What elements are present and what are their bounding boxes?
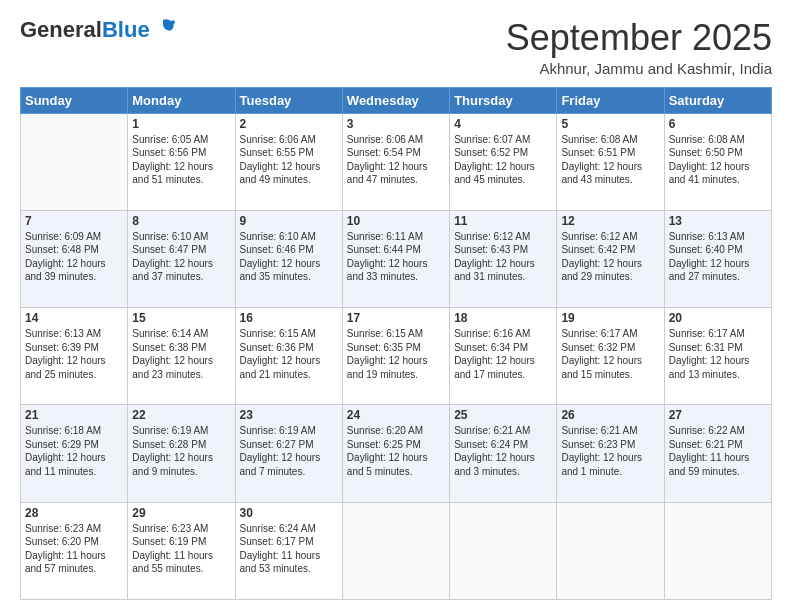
cell-info: Sunrise: 6:10 AMSunset: 6:47 PMDaylight:… <box>132 230 230 284</box>
logo-general-text: General <box>20 17 102 42</box>
weekday-header-row: SundayMondayTuesdayWednesdayThursdayFrid… <box>21 87 772 113</box>
calendar-cell: 14Sunrise: 6:13 AMSunset: 6:39 PMDayligh… <box>21 308 128 405</box>
calendar-cell: 20Sunrise: 6:17 AMSunset: 6:31 PMDayligh… <box>664 308 771 405</box>
page: GeneralBlue September 2025 Akhnur, Jammu… <box>0 0 792 612</box>
day-number: 29 <box>132 506 230 520</box>
cell-info: Sunrise: 6:05 AMSunset: 6:56 PMDaylight:… <box>132 133 230 187</box>
calendar-cell: 12Sunrise: 6:12 AMSunset: 6:42 PMDayligh… <box>557 210 664 307</box>
calendar-cell: 30Sunrise: 6:24 AMSunset: 6:17 PMDayligh… <box>235 502 342 599</box>
calendar-cell: 11Sunrise: 6:12 AMSunset: 6:43 PMDayligh… <box>450 210 557 307</box>
calendar-cell: 27Sunrise: 6:22 AMSunset: 6:21 PMDayligh… <box>664 405 771 502</box>
week-row-2: 7Sunrise: 6:09 AMSunset: 6:48 PMDaylight… <box>21 210 772 307</box>
cell-info: Sunrise: 6:23 AMSunset: 6:20 PMDaylight:… <box>25 522 123 576</box>
day-number: 12 <box>561 214 659 228</box>
cell-info: Sunrise: 6:18 AMSunset: 6:29 PMDaylight:… <box>25 424 123 478</box>
day-number: 28 <box>25 506 123 520</box>
day-number: 30 <box>240 506 338 520</box>
calendar-cell: 18Sunrise: 6:16 AMSunset: 6:34 PMDayligh… <box>450 308 557 405</box>
day-number: 26 <box>561 408 659 422</box>
cell-info: Sunrise: 6:14 AMSunset: 6:38 PMDaylight:… <box>132 327 230 381</box>
day-number: 13 <box>669 214 767 228</box>
weekday-header-sunday: Sunday <box>21 87 128 113</box>
weekday-header-thursday: Thursday <box>450 87 557 113</box>
cell-info: Sunrise: 6:12 AMSunset: 6:42 PMDaylight:… <box>561 230 659 284</box>
header: GeneralBlue September 2025 Akhnur, Jammu… <box>20 18 772 77</box>
cell-info: Sunrise: 6:06 AMSunset: 6:55 PMDaylight:… <box>240 133 338 187</box>
weekday-header-tuesday: Tuesday <box>235 87 342 113</box>
calendar-cell: 21Sunrise: 6:18 AMSunset: 6:29 PMDayligh… <box>21 405 128 502</box>
day-number: 15 <box>132 311 230 325</box>
cell-info: Sunrise: 6:16 AMSunset: 6:34 PMDaylight:… <box>454 327 552 381</box>
calendar-cell <box>557 502 664 599</box>
calendar-cell: 23Sunrise: 6:19 AMSunset: 6:27 PMDayligh… <box>235 405 342 502</box>
cell-info: Sunrise: 6:17 AMSunset: 6:32 PMDaylight:… <box>561 327 659 381</box>
location: Akhnur, Jammu and Kashmir, India <box>506 60 772 77</box>
cell-info: Sunrise: 6:08 AMSunset: 6:50 PMDaylight:… <box>669 133 767 187</box>
calendar-cell: 9Sunrise: 6:10 AMSunset: 6:46 PMDaylight… <box>235 210 342 307</box>
week-row-1: 1Sunrise: 6:05 AMSunset: 6:56 PMDaylight… <box>21 113 772 210</box>
calendar-cell: 25Sunrise: 6:21 AMSunset: 6:24 PMDayligh… <box>450 405 557 502</box>
calendar-cell: 4Sunrise: 6:07 AMSunset: 6:52 PMDaylight… <box>450 113 557 210</box>
calendar-cell: 10Sunrise: 6:11 AMSunset: 6:44 PMDayligh… <box>342 210 449 307</box>
cell-info: Sunrise: 6:11 AMSunset: 6:44 PMDaylight:… <box>347 230 445 284</box>
day-number: 24 <box>347 408 445 422</box>
calendar-cell: 7Sunrise: 6:09 AMSunset: 6:48 PMDaylight… <box>21 210 128 307</box>
cell-info: Sunrise: 6:21 AMSunset: 6:24 PMDaylight:… <box>454 424 552 478</box>
day-number: 10 <box>347 214 445 228</box>
day-number: 6 <box>669 117 767 131</box>
day-number: 27 <box>669 408 767 422</box>
cell-info: Sunrise: 6:15 AMSunset: 6:35 PMDaylight:… <box>347 327 445 381</box>
logo: GeneralBlue <box>20 18 175 42</box>
cell-info: Sunrise: 6:08 AMSunset: 6:51 PMDaylight:… <box>561 133 659 187</box>
calendar-cell: 8Sunrise: 6:10 AMSunset: 6:47 PMDaylight… <box>128 210 235 307</box>
calendar-cell: 6Sunrise: 6:08 AMSunset: 6:50 PMDaylight… <box>664 113 771 210</box>
cell-info: Sunrise: 6:24 AMSunset: 6:17 PMDaylight:… <box>240 522 338 576</box>
cell-info: Sunrise: 6:21 AMSunset: 6:23 PMDaylight:… <box>561 424 659 478</box>
calendar-cell: 28Sunrise: 6:23 AMSunset: 6:20 PMDayligh… <box>21 502 128 599</box>
calendar-cell <box>21 113 128 210</box>
cell-info: Sunrise: 6:22 AMSunset: 6:21 PMDaylight:… <box>669 424 767 478</box>
day-number: 17 <box>347 311 445 325</box>
day-number: 3 <box>347 117 445 131</box>
cell-info: Sunrise: 6:17 AMSunset: 6:31 PMDaylight:… <box>669 327 767 381</box>
cell-info: Sunrise: 6:13 AMSunset: 6:40 PMDaylight:… <box>669 230 767 284</box>
calendar-cell: 29Sunrise: 6:23 AMSunset: 6:19 PMDayligh… <box>128 502 235 599</box>
logo-bird-icon <box>153 18 175 38</box>
day-number: 8 <box>132 214 230 228</box>
weekday-header-wednesday: Wednesday <box>342 87 449 113</box>
calendar-cell: 1Sunrise: 6:05 AMSunset: 6:56 PMDaylight… <box>128 113 235 210</box>
cell-info: Sunrise: 6:15 AMSunset: 6:36 PMDaylight:… <box>240 327 338 381</box>
cell-info: Sunrise: 6:13 AMSunset: 6:39 PMDaylight:… <box>25 327 123 381</box>
day-number: 23 <box>240 408 338 422</box>
calendar-cell: 16Sunrise: 6:15 AMSunset: 6:36 PMDayligh… <box>235 308 342 405</box>
day-number: 2 <box>240 117 338 131</box>
day-number: 9 <box>240 214 338 228</box>
weekday-header-saturday: Saturday <box>664 87 771 113</box>
week-row-4: 21Sunrise: 6:18 AMSunset: 6:29 PMDayligh… <box>21 405 772 502</box>
cell-info: Sunrise: 6:19 AMSunset: 6:27 PMDaylight:… <box>240 424 338 478</box>
day-number: 14 <box>25 311 123 325</box>
day-number: 16 <box>240 311 338 325</box>
logo-blue-text: Blue <box>102 17 150 42</box>
day-number: 19 <box>561 311 659 325</box>
cell-info: Sunrise: 6:09 AMSunset: 6:48 PMDaylight:… <box>25 230 123 284</box>
day-number: 11 <box>454 214 552 228</box>
cell-info: Sunrise: 6:19 AMSunset: 6:28 PMDaylight:… <box>132 424 230 478</box>
title-block: September 2025 Akhnur, Jammu and Kashmir… <box>506 18 772 77</box>
day-number: 1 <box>132 117 230 131</box>
day-number: 22 <box>132 408 230 422</box>
calendar-cell: 19Sunrise: 6:17 AMSunset: 6:32 PMDayligh… <box>557 308 664 405</box>
day-number: 21 <box>25 408 123 422</box>
calendar-cell: 13Sunrise: 6:13 AMSunset: 6:40 PMDayligh… <box>664 210 771 307</box>
calendar-cell: 2Sunrise: 6:06 AMSunset: 6:55 PMDaylight… <box>235 113 342 210</box>
weekday-header-monday: Monday <box>128 87 235 113</box>
cell-info: Sunrise: 6:10 AMSunset: 6:46 PMDaylight:… <box>240 230 338 284</box>
day-number: 20 <box>669 311 767 325</box>
month-title: September 2025 <box>506 18 772 58</box>
day-number: 4 <box>454 117 552 131</box>
calendar-table: SundayMondayTuesdayWednesdayThursdayFrid… <box>20 87 772 600</box>
calendar-cell: 17Sunrise: 6:15 AMSunset: 6:35 PMDayligh… <box>342 308 449 405</box>
week-row-5: 28Sunrise: 6:23 AMSunset: 6:20 PMDayligh… <box>21 502 772 599</box>
calendar-cell: 22Sunrise: 6:19 AMSunset: 6:28 PMDayligh… <box>128 405 235 502</box>
day-number: 18 <box>454 311 552 325</box>
